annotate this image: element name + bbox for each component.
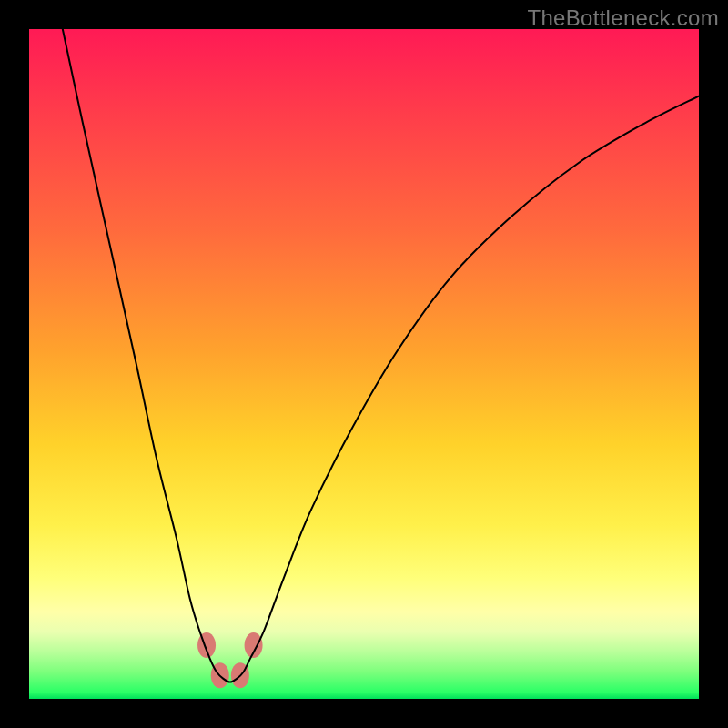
chart-frame: TheBottleneck.com bbox=[0, 0, 728, 728]
curve-marker bbox=[197, 632, 216, 658]
bottleneck-curve bbox=[63, 29, 699, 682]
markers-group bbox=[197, 632, 263, 688]
curve-svg bbox=[29, 29, 699, 699]
watermark-text: TheBottleneck.com bbox=[527, 5, 719, 31]
plot-area bbox=[29, 29, 699, 699]
